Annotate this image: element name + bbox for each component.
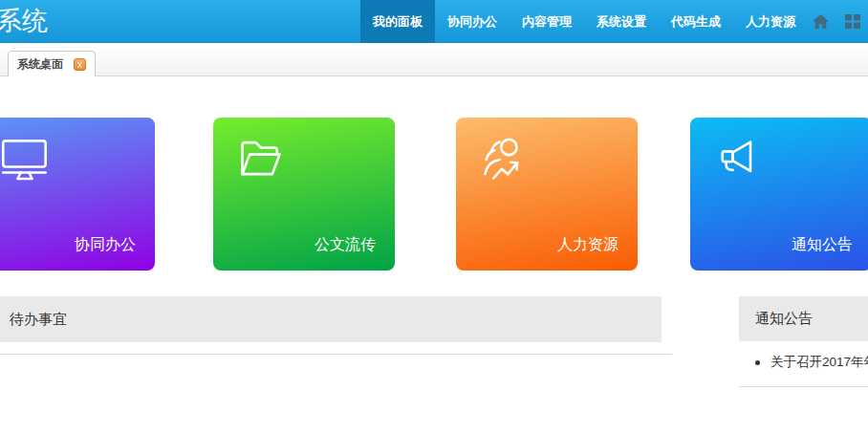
- nav-item-collab-office[interactable]: 协同办公: [435, 0, 510, 43]
- tile-notices[interactable]: 通知公告: [690, 118, 868, 271]
- tile-collab-office[interactable]: 协同办公: [0, 118, 155, 271]
- todo-panel-divider: [0, 354, 672, 355]
- top-header: 系统 我的面板 协同办公 内容管理 系统设置 代码生成 人力资源: [0, 0, 868, 43]
- notice-list-item[interactable]: 关于召开2017年年: [739, 353, 868, 372]
- tile-label: 协同办公: [75, 235, 136, 255]
- nav-item-content-mgmt[interactable]: 内容管理: [510, 0, 584, 43]
- notice-panel-header: 通知公告: [739, 296, 868, 341]
- nav-item-hr[interactable]: 人力资源: [733, 0, 808, 43]
- folder-open-icon: [236, 135, 286, 184]
- todo-panel-header: 待办事宜: [0, 296, 662, 342]
- app-title: 系统: [0, 4, 48, 38]
- main-nav: 我的面板 协同办公 内容管理 系统设置 代码生成 人力资源: [360, 0, 808, 43]
- nav-item-system-settings[interactable]: 系统设置: [584, 0, 659, 43]
- header-icon-group: [812, 0, 861, 43]
- tab-label: 系统桌面: [17, 56, 63, 73]
- app-window: 系统 我的面板 协同办公 内容管理 系统设置 代码生成 人力资源 系统桌面 x: [0, 0, 868, 434]
- todo-panel-title: 待办事宜: [10, 311, 67, 329]
- nav-item-code-gen[interactable]: 代码生成: [659, 0, 733, 43]
- close-icon[interactable]: x: [74, 58, 86, 71]
- megaphone-icon: [713, 135, 763, 184]
- monitor-icon: [0, 136, 50, 185]
- tile-hr[interactable]: 人力资源: [456, 118, 638, 271]
- home-icon[interactable]: [812, 14, 829, 30]
- notice-panel-title: 通知公告: [755, 310, 813, 328]
- tab-system-desktop[interactable]: 系统桌面 x: [8, 51, 96, 76]
- notice-item-divider: [739, 386, 868, 387]
- grid-icon[interactable]: [844, 14, 861, 30]
- tile-document-flow[interactable]: 公文流传: [213, 118, 395, 271]
- tile-label: 公文流传: [315, 235, 376, 255]
- person-growth-icon: [479, 135, 529, 184]
- tab-bar: 系统桌面 x: [0, 43, 868, 76]
- nav-item-my-dashboard[interactable]: 我的面板: [360, 0, 435, 43]
- notice-item-text: 关于召开2017年年: [770, 354, 868, 371]
- tile-label: 人力资源: [557, 235, 618, 255]
- bullet-icon: [755, 360, 760, 365]
- tile-label: 通知公告: [792, 235, 853, 255]
